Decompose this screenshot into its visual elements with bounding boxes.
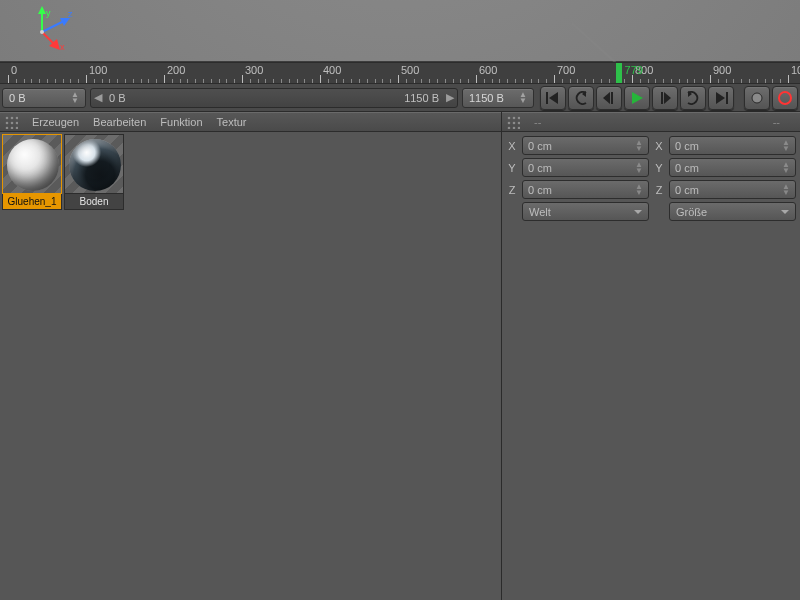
coord-mode-select-right[interactable]: Größe: [669, 202, 796, 221]
material-thumbnail[interactable]: Boden: [64, 134, 124, 210]
tick-minor: [577, 79, 578, 83]
stepper-icon[interactable]: ▲▼: [782, 184, 790, 196]
tick-minor: [726, 79, 727, 83]
tick-minor: [297, 79, 298, 83]
stepper-icon[interactable]: ▲▼: [782, 140, 790, 152]
tick-minor: [359, 79, 360, 83]
tick-minor: [601, 79, 602, 83]
autokey-button[interactable]: [744, 86, 770, 110]
size-z-field[interactable]: 0 cm▲▼: [669, 180, 796, 199]
tick-minor: [609, 79, 610, 83]
stepper-icon[interactable]: ▲▼: [635, 162, 643, 174]
svg-point-35: [513, 127, 516, 129]
svg-rect-7: [546, 92, 548, 104]
menu-funktion[interactable]: Funktion: [160, 116, 202, 128]
coord-mode-select-left[interactable]: Welt: [522, 202, 649, 221]
label-y: Y: [506, 162, 518, 174]
tick-minor: [258, 79, 259, 83]
stepper-icon[interactable]: ▲▼: [782, 162, 790, 174]
tick-minor: [687, 79, 688, 83]
material-shelf[interactable]: Gluehen_1Boden: [0, 132, 501, 212]
svg-point-33: [518, 122, 520, 125]
position-y-field[interactable]: 0 cm▲▼: [522, 158, 649, 177]
tick-minor: [718, 79, 719, 83]
material-thumbnail[interactable]: Gluehen_1: [2, 134, 62, 210]
tick-label: 700: [557, 64, 575, 76]
tick-label: 400: [323, 64, 341, 76]
stepper-icon[interactable]: ▲▼: [635, 184, 643, 196]
tick-minor: [531, 79, 532, 83]
play-button[interactable]: [624, 86, 650, 110]
forward-button[interactable]: [680, 86, 706, 110]
stepper-icon[interactable]: ▲▼: [519, 92, 527, 104]
scrub-left-icon[interactable]: ◀: [91, 91, 105, 104]
scrub-start-value: 0 B: [109, 92, 126, 104]
svg-point-18: [779, 92, 791, 104]
svg-rect-12: [661, 92, 663, 104]
tick-minor: [538, 79, 539, 83]
tick-minor: [515, 79, 516, 83]
tick-minor: [304, 79, 305, 83]
material-manager: Erzeugen Bearbeiten Funktion Textur Glue…: [0, 112, 502, 600]
size-y-field[interactable]: 0 cm▲▼: [669, 158, 796, 177]
tick-minor: [671, 79, 672, 83]
position-x-field[interactable]: 0 cm▲▼: [522, 136, 649, 155]
material-label: Boden: [64, 194, 124, 210]
tick-label: 500: [401, 64, 419, 76]
position-y-value: 0 cm: [528, 162, 552, 174]
tick-minor: [585, 79, 586, 83]
rewind-button[interactable]: [568, 86, 594, 110]
tick-minor: [109, 79, 110, 83]
tick-minor: [172, 79, 173, 83]
menu-textur[interactable]: Textur: [217, 116, 247, 128]
tick-minor: [39, 79, 40, 83]
stepper-icon[interactable]: ▲▼: [71, 92, 79, 104]
range-end-field[interactable]: 1150 B ▲▼: [462, 88, 534, 108]
label-y: Y: [653, 162, 665, 174]
coordinates-header: -- --: [502, 112, 800, 132]
tick-minor: [133, 79, 134, 83]
step-back-button[interactable]: [596, 86, 622, 110]
range-end-value: 1150 B: [469, 92, 504, 104]
axis-label-x: x: [60, 42, 65, 52]
tick-minor: [507, 79, 508, 83]
label-x: X: [653, 140, 665, 152]
viewport-3d[interactable]: y z x: [0, 0, 800, 62]
panel-grip-icon[interactable]: [4, 115, 18, 129]
tick-minor: [47, 79, 48, 83]
panel-grip-icon[interactable]: [506, 115, 520, 129]
material-empty-area[interactable]: [0, 212, 501, 600]
goto-end-button[interactable]: [708, 86, 734, 110]
material-preview[interactable]: [64, 134, 124, 194]
tick-label: 0: [11, 64, 17, 76]
step-forward-button[interactable]: [652, 86, 678, 110]
menu-erzeugen[interactable]: Erzeugen: [32, 116, 79, 128]
tick-minor: [328, 79, 329, 83]
timeline-ruler[interactable]: 0100200300400500600700800900103779: [0, 62, 800, 84]
timeline-scrubber[interactable]: ◀ 0 B 1150 B ▶: [90, 88, 458, 108]
size-x-field[interactable]: 0 cm▲▼: [669, 136, 796, 155]
tick-minor: [336, 79, 337, 83]
range-start-field[interactable]: 0 B ▲▼: [2, 88, 86, 108]
record-button[interactable]: [772, 86, 798, 110]
coord-mode-left-value: Welt: [529, 206, 551, 218]
viewport-grid-line: [0, 0, 26, 34]
tick-minor: [733, 79, 734, 83]
tick-minor: [570, 79, 571, 83]
playhead[interactable]: 779: [616, 63, 622, 83]
tick-minor: [125, 79, 126, 83]
coordinates-panel: -- -- X 0 cm▲▼ X 0 cm▲▼ Y 0 cm▲▼ Y 0 cm▲…: [502, 112, 800, 600]
tick-minor: [694, 79, 695, 83]
svg-rect-11: [611, 92, 613, 104]
scrub-right-icon[interactable]: ▶: [443, 91, 457, 104]
material-preview[interactable]: [2, 134, 62, 194]
goto-start-button[interactable]: [540, 86, 566, 110]
axis-gizmo[interactable]: y z x: [26, 6, 76, 56]
stepper-icon[interactable]: ▲▼: [635, 140, 643, 152]
menu-bearbeiten[interactable]: Bearbeiten: [93, 116, 146, 128]
tick-minor: [312, 79, 313, 83]
position-z-field[interactable]: 0 cm▲▼: [522, 180, 649, 199]
tick-label: 300: [245, 64, 263, 76]
tick-minor: [429, 79, 430, 83]
tick-minor: [749, 79, 750, 83]
